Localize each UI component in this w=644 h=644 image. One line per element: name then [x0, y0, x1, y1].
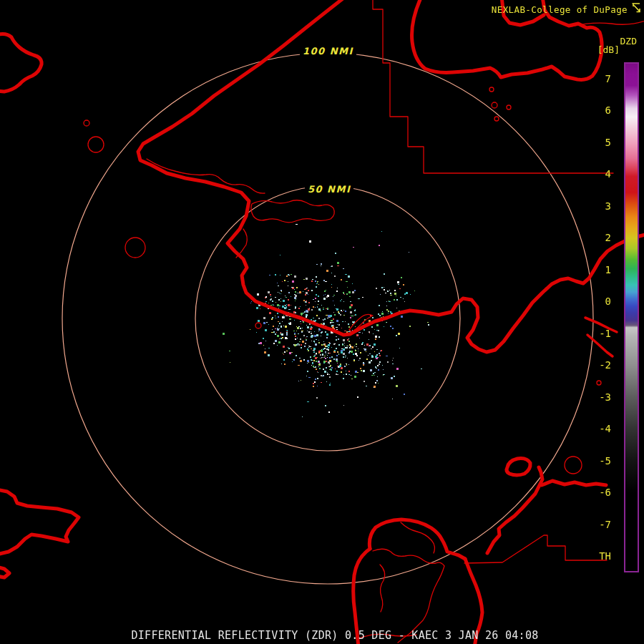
boundary-staircase-north — [373, 0, 613, 173]
coastline-southwest — [0, 489, 79, 555]
colorbar-product-label: DZD — [620, 36, 637, 47]
range-ring-100nmi — [62, 53, 593, 584]
colorbar-tick-label: -3 — [582, 391, 611, 404]
colorbar-tick-label: 2 — [582, 231, 611, 244]
colorbar-tick-label: -4 — [582, 422, 611, 435]
small-lake-2 — [88, 137, 104, 152]
small-lake-1 — [84, 120, 89, 126]
colorbar-tick-label: -5 — [582, 454, 611, 467]
coastline-southeast — [487, 467, 542, 553]
lagoon-detail-2 — [251, 200, 334, 223]
south-bay-inner-2 — [380, 565, 385, 612]
map-layer — [0, 0, 644, 644]
coastline-main — [138, 0, 644, 352]
product-status-text: DIFFERENTIAL REFLECTIVITY (ZDR) 0.5 DEG … — [131, 629, 538, 642]
islet-3 — [494, 117, 499, 121]
islet-4 — [507, 105, 511, 109]
coastline-south-bay — [369, 519, 465, 559]
colorbar-tick-label: 0 — [582, 295, 611, 308]
colorbar-tick-label: TH — [582, 550, 611, 562]
islet-2 — [492, 102, 497, 108]
reflectivity-color-scale — [624, 62, 639, 572]
range-ring-label-100nmi: 100 NMI — [300, 46, 356, 57]
small-lake-3 — [125, 238, 145, 258]
colorbar-tick-label: -2 — [582, 358, 611, 371]
colorbar-tick-label: 3 — [582, 200, 611, 213]
colorbar-tick-label: 4 — [582, 167, 611, 180]
colorbar-tick-label: -6 — [582, 486, 611, 499]
colorbar-tick-label: 6 — [582, 104, 611, 117]
islet-1 — [489, 87, 494, 92]
small-lake-5 — [255, 323, 261, 328]
coastline-southwest-2 — [0, 567, 9, 577]
lake-loop-southeast — [507, 459, 530, 475]
colorbar-tick-label: 5 — [582, 136, 611, 149]
colorbar-tick-label: 1 — [582, 263, 611, 276]
colorbar-tick-label: 7 — [582, 72, 611, 85]
radar-display-root: { "theme": { "background": "#000000", "a… — [0, 0, 644, 644]
lagoon-detail-1 — [147, 159, 265, 193]
range-ring-50nmi — [195, 186, 460, 451]
small-lake-4 — [565, 457, 582, 474]
colorbar-tick-labels: 76543210-1-2-3-4-5-6-7TH — [582, 0, 611, 644]
range-ring-label-50nmi: 50 NMI — [305, 184, 353, 195]
lake-northwest — [0, 34, 42, 92]
colorbar-tick-label: -7 — [582, 518, 611, 531]
colorbar-tick-label: -1 — [582, 327, 611, 340]
coastline-outlines — [0, 0, 644, 644]
cod-logo-icon — [631, 2, 642, 14]
range-rings — [62, 53, 593, 584]
